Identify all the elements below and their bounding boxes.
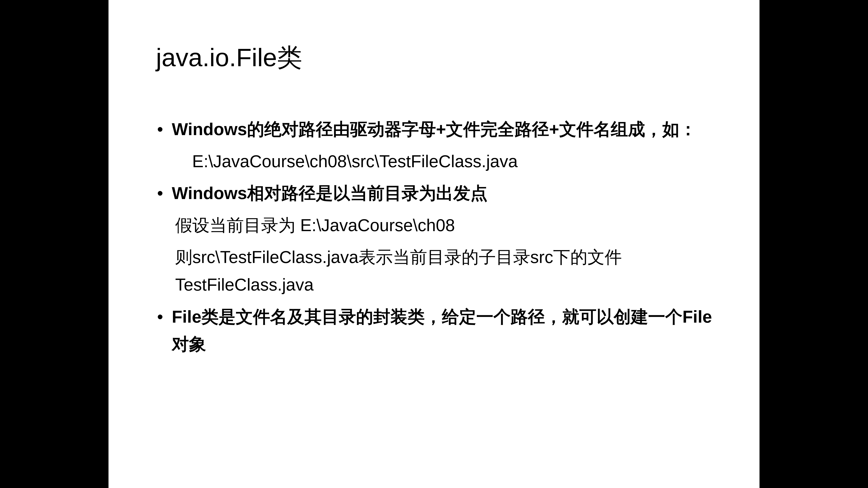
- bullet-text-3: File类是文件名及其目录的封装类，给定一个路径，就可以创建一个File对象: [172, 307, 712, 354]
- slide-title: java.io.File类: [156, 41, 714, 75]
- bullet-point-1: Windows的绝对路径由驱动器字母+文件完全路径+文件名组成，如：: [154, 116, 714, 143]
- sub-text-2a: 假设当前目录为 E:\JavaCourse\ch08: [154, 212, 714, 239]
- bullet-point-3: File类是文件名及其目录的封装类，给定一个路径，就可以创建一个File对象: [154, 303, 714, 358]
- bullet-text-1: Windows的绝对路径由驱动器字母+文件完全路径+文件名组成，如：: [172, 120, 697, 139]
- bullet-point-2: Windows相对路径是以当前目录为出发点: [154, 180, 714, 207]
- example-path-1: E:\JavaCourse\ch08\src\TestFileClass.jav…: [154, 148, 714, 175]
- presentation-slide: java.io.File类 Windows的绝对路径由驱动器字母+文件完全路径+…: [108, 0, 760, 488]
- bullet-text-2: Windows相对路径是以当前目录为出发点: [172, 184, 488, 203]
- sub-text-2b: 则src\TestFileClass.java表示当前目录的子目录src下的文件…: [154, 243, 714, 298]
- slide-content: Windows的绝对路径由驱动器字母+文件完全路径+文件名组成，如： E:\Ja…: [154, 116, 714, 358]
